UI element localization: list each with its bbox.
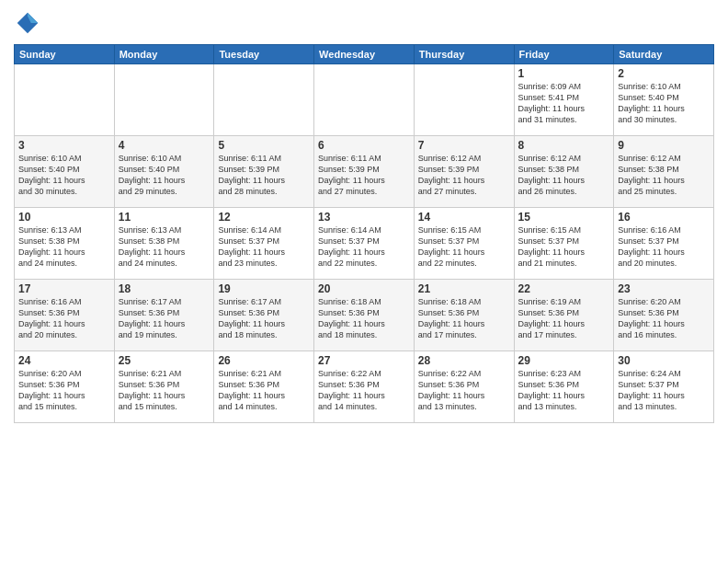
- calendar-cell: [15, 64, 115, 136]
- day-number: 22: [518, 282, 610, 295]
- day-header-friday: Friday: [514, 45, 614, 64]
- calendar-week-row: 17Sunrise: 6:16 AM Sunset: 5:36 PM Dayli…: [15, 280, 714, 351]
- day-number: 28: [418, 354, 510, 367]
- calendar-cell: 14Sunrise: 6:15 AM Sunset: 5:37 PM Dayli…: [414, 208, 514, 280]
- day-number: 10: [18, 211, 110, 224]
- calendar-cell: 20Sunrise: 6:18 AM Sunset: 5:36 PM Dayli…: [314, 280, 415, 351]
- day-info: Sunrise: 6:15 AM Sunset: 5:37 PM Dayligh…: [518, 224, 610, 270]
- calendar-header-row: SundayMondayTuesdayWednesdayThursdayFrid…: [15, 45, 714, 64]
- day-number: 23: [618, 282, 710, 295]
- calendar-cell: 5Sunrise: 6:11 AM Sunset: 5:39 PM Daylig…: [214, 136, 314, 208]
- calendar-cell: 28Sunrise: 6:22 AM Sunset: 5:36 PM Dayli…: [414, 351, 514, 423]
- day-info: Sunrise: 6:18 AM Sunset: 5:36 PM Dayligh…: [418, 296, 510, 341]
- day-number: 11: [119, 211, 210, 224]
- calendar-cell: 29Sunrise: 6:23 AM Sunset: 5:36 PM Dayli…: [514, 351, 614, 423]
- day-number: 27: [318, 354, 410, 367]
- day-info: Sunrise: 6:20 AM Sunset: 5:36 PM Dayligh…: [18, 368, 110, 413]
- day-info: Sunrise: 6:11 AM Sunset: 5:39 PM Dayligh…: [318, 153, 410, 198]
- calendar-cell: [314, 64, 415, 136]
- calendar-cell: 17Sunrise: 6:16 AM Sunset: 5:36 PM Dayli…: [15, 280, 115, 351]
- day-number: 15: [518, 211, 610, 224]
- calendar-cell: [414, 64, 514, 136]
- day-info: Sunrise: 6:18 AM Sunset: 5:36 PM Dayligh…: [318, 296, 410, 341]
- day-number: 13: [318, 211, 410, 224]
- logo: [14, 9, 45, 37]
- calendar-cell: 16Sunrise: 6:16 AM Sunset: 5:37 PM Dayli…: [614, 208, 714, 280]
- calendar-cell: 25Sunrise: 6:21 AM Sunset: 5:36 PM Dayli…: [114, 351, 214, 423]
- calendar-cell: 26Sunrise: 6:21 AM Sunset: 5:36 PM Dayli…: [214, 351, 314, 423]
- day-number: 1: [518, 67, 610, 80]
- day-info: Sunrise: 6:09 AM Sunset: 5:41 PM Dayligh…: [518, 81, 610, 126]
- day-info: Sunrise: 6:11 AM Sunset: 5:39 PM Dayligh…: [218, 153, 310, 198]
- day-info: Sunrise: 6:24 AM Sunset: 5:37 PM Dayligh…: [618, 368, 710, 413]
- day-info: Sunrise: 6:21 AM Sunset: 5:36 PM Dayligh…: [218, 368, 310, 413]
- day-info: Sunrise: 6:21 AM Sunset: 5:36 PM Dayligh…: [119, 368, 210, 413]
- calendar-cell: 30Sunrise: 6:24 AM Sunset: 5:37 PM Dayli…: [614, 351, 714, 423]
- calendar-table: SundayMondayTuesdayWednesdayThursdayFrid…: [14, 44, 714, 423]
- day-header-sunday: Sunday: [15, 45, 115, 64]
- day-number: 12: [218, 211, 310, 224]
- logo-icon: [14, 9, 41, 37]
- calendar-cell: 24Sunrise: 6:20 AM Sunset: 5:36 PM Dayli…: [15, 351, 115, 423]
- day-number: 14: [418, 211, 510, 224]
- calendar-cell: 4Sunrise: 6:10 AM Sunset: 5:40 PM Daylig…: [114, 136, 214, 208]
- calendar-cell: [114, 64, 214, 136]
- day-info: Sunrise: 6:12 AM Sunset: 5:39 PM Dayligh…: [418, 153, 510, 198]
- calendar-week-row: 3Sunrise: 6:10 AM Sunset: 5:40 PM Daylig…: [15, 136, 714, 208]
- day-number: 9: [618, 139, 710, 152]
- day-info: Sunrise: 6:22 AM Sunset: 5:36 PM Dayligh…: [318, 368, 410, 413]
- day-info: Sunrise: 6:15 AM Sunset: 5:37 PM Dayligh…: [418, 224, 510, 270]
- calendar-cell: [214, 64, 314, 136]
- day-info: Sunrise: 6:10 AM Sunset: 5:40 PM Dayligh…: [18, 153, 110, 198]
- calendar-week-row: 10Sunrise: 6:13 AM Sunset: 5:38 PM Dayli…: [15, 208, 714, 280]
- calendar-cell: 22Sunrise: 6:19 AM Sunset: 5:36 PM Dayli…: [514, 280, 614, 351]
- day-info: Sunrise: 6:19 AM Sunset: 5:36 PM Dayligh…: [518, 296, 610, 341]
- day-number: 16: [618, 211, 710, 224]
- day-header-saturday: Saturday: [614, 45, 714, 64]
- day-info: Sunrise: 6:14 AM Sunset: 5:37 PM Dayligh…: [218, 224, 310, 270]
- day-info: Sunrise: 6:12 AM Sunset: 5:38 PM Dayligh…: [618, 153, 710, 198]
- calendar-cell: 23Sunrise: 6:20 AM Sunset: 5:36 PM Dayli…: [614, 280, 714, 351]
- day-number: 3: [18, 139, 110, 152]
- day-header-wednesday: Wednesday: [314, 45, 415, 64]
- calendar-cell: 9Sunrise: 6:12 AM Sunset: 5:38 PM Daylig…: [614, 136, 714, 208]
- day-number: 2: [618, 67, 710, 80]
- calendar-week-row: 24Sunrise: 6:20 AM Sunset: 5:36 PM Dayli…: [15, 351, 714, 423]
- day-number: 8: [518, 139, 610, 152]
- day-info: Sunrise: 6:14 AM Sunset: 5:37 PM Dayligh…: [318, 224, 410, 270]
- calendar-cell: 21Sunrise: 6:18 AM Sunset: 5:36 PM Dayli…: [414, 280, 514, 351]
- day-info: Sunrise: 6:20 AM Sunset: 5:36 PM Dayligh…: [618, 296, 710, 341]
- day-info: Sunrise: 6:13 AM Sunset: 5:38 PM Dayligh…: [119, 224, 210, 270]
- calendar-cell: 2Sunrise: 6:10 AM Sunset: 5:40 PM Daylig…: [614, 64, 714, 136]
- day-header-thursday: Thursday: [414, 45, 514, 64]
- day-number: 5: [218, 139, 310, 152]
- calendar-cell: 7Sunrise: 6:12 AM Sunset: 5:39 PM Daylig…: [414, 136, 514, 208]
- day-info: Sunrise: 6:10 AM Sunset: 5:40 PM Dayligh…: [618, 81, 710, 126]
- day-number: 29: [518, 354, 610, 367]
- day-header-tuesday: Tuesday: [214, 45, 314, 64]
- day-number: 6: [318, 139, 410, 152]
- calendar-cell: 10Sunrise: 6:13 AM Sunset: 5:38 PM Dayli…: [15, 208, 115, 280]
- calendar-cell: 3Sunrise: 6:10 AM Sunset: 5:40 PM Daylig…: [15, 136, 115, 208]
- calendar-cell: 12Sunrise: 6:14 AM Sunset: 5:37 PM Dayli…: [214, 208, 314, 280]
- calendar-cell: 13Sunrise: 6:14 AM Sunset: 5:37 PM Dayli…: [314, 208, 415, 280]
- day-number: 26: [218, 354, 310, 367]
- calendar-cell: 11Sunrise: 6:13 AM Sunset: 5:38 PM Dayli…: [114, 208, 214, 280]
- day-info: Sunrise: 6:16 AM Sunset: 5:37 PM Dayligh…: [618, 224, 710, 270]
- day-info: Sunrise: 6:10 AM Sunset: 5:40 PM Dayligh…: [119, 153, 210, 198]
- calendar-cell: 1Sunrise: 6:09 AM Sunset: 5:41 PM Daylig…: [514, 64, 614, 136]
- day-number: 4: [119, 139, 210, 152]
- day-info: Sunrise: 6:22 AM Sunset: 5:36 PM Dayligh…: [418, 368, 510, 413]
- day-info: Sunrise: 6:16 AM Sunset: 5:36 PM Dayligh…: [18, 296, 110, 341]
- day-number: 7: [418, 139, 510, 152]
- day-number: 21: [418, 282, 510, 295]
- day-info: Sunrise: 6:13 AM Sunset: 5:38 PM Dayligh…: [18, 224, 110, 270]
- day-number: 25: [119, 354, 210, 367]
- calendar-cell: 19Sunrise: 6:17 AM Sunset: 5:36 PM Dayli…: [214, 280, 314, 351]
- day-number: 19: [218, 282, 310, 295]
- day-info: Sunrise: 6:23 AM Sunset: 5:36 PM Dayligh…: [518, 368, 610, 413]
- day-number: 30: [618, 354, 710, 367]
- day-info: Sunrise: 6:17 AM Sunset: 5:36 PM Dayligh…: [218, 296, 310, 341]
- day-info: Sunrise: 6:12 AM Sunset: 5:38 PM Dayligh…: [518, 153, 610, 198]
- calendar-cell: 8Sunrise: 6:12 AM Sunset: 5:38 PM Daylig…: [514, 136, 614, 208]
